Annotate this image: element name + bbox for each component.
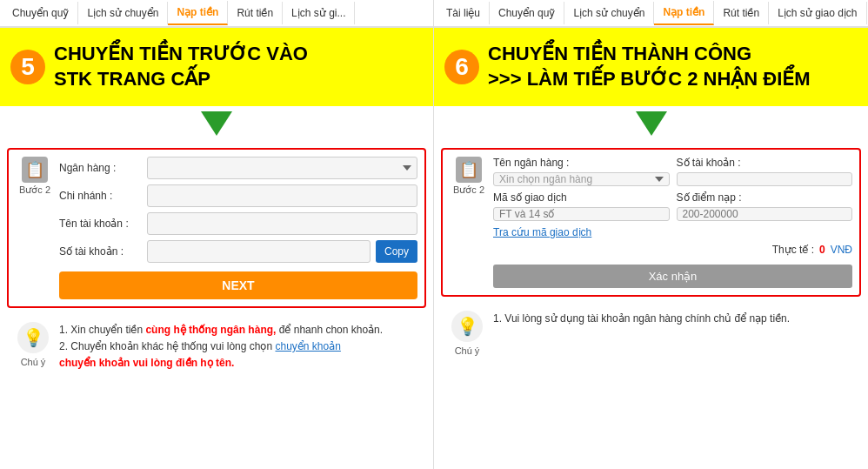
ma-so-gd-label: Mã số giao dịch — [493, 191, 670, 204]
nav-lich-su-chuyen-right[interactable]: Lịch sử chuyển — [564, 2, 654, 24]
chi-nhanh-row: Chi nhánh : — [59, 184, 417, 207]
bulb-icon-left: 💡 — [17, 322, 49, 353]
nav-nap-tien-right[interactable]: Nạp tiền — [654, 1, 714, 25]
left-notes-section: 💡 Chú ý 1. Xin chuyển tiền cùng hệ thống… — [7, 315, 426, 379]
left-step-label: Bước 2 — [19, 184, 50, 196]
nav-tai-lieu[interactable]: Tài liệu — [437, 2, 490, 24]
thuc-te-value: 0 — [819, 244, 825, 256]
so-tk-right-col: Số tài khoản : — [677, 157, 853, 186]
right-navbar: Tài liệu Chuyển quỹ Lịch sử chuyển Nạp t… — [434, 0, 868, 28]
left-notes-content: 1. Xin chuyển tiền cùng hệ thống ngân hà… — [59, 322, 419, 372]
thuc-te-label: Thực tế : — [772, 244, 814, 256]
left-step-icon-col: 📋 Bước 2 — [16, 157, 54, 196]
left-step-form: Ngân hàng : Chi nhánh : Tên tài khoản : … — [59, 157, 417, 299]
ma-so-gd-input[interactable] — [493, 207, 670, 221]
so-tk-label: Số tài khoản : — [59, 245, 142, 258]
right-row1: Tên ngân hàng : Xin chọn ngân hàng Số tà… — [493, 157, 852, 186]
so-tk-row: Số tài khoản : Copy — [59, 240, 417, 263]
right-row2: Mã số giao dịch Số điểm nạp : — [493, 191, 852, 221]
so-tk-right-input[interactable] — [677, 172, 853, 186]
ten-ngan-hang-col: Tên ngân hàng : Xin chọn ngân hàng — [493, 157, 670, 186]
right-banner-text: CHUYỂN TIỀN THÀNH CÔNG>>> LÀM TIẾP BƯỚC … — [488, 42, 811, 91]
nav-chuyen-quy-left[interactable]: Chuyển quỹ — [3, 2, 78, 24]
right-notes-content: 1. Vui lòng sử dụng tài khoản ngân hàng … — [493, 311, 854, 327]
nav-chuyen-quy-right[interactable]: Chuyển quỹ — [490, 2, 564, 24]
so-diem-nap-label: Số điểm nạp : — [677, 191, 853, 204]
nav-lich-su-gi-left[interactable]: Lịch sử gi... — [283, 2, 355, 24]
so-diem-nap-col: Số điểm nạp : — [677, 191, 853, 221]
so-tk-input[interactable] — [147, 240, 371, 263]
right-step-icon-img: 📋 — [456, 157, 482, 183]
chi-nhanh-input[interactable] — [147, 184, 417, 207]
nav-rut-tien-left[interactable]: Rút tiền — [228, 2, 283, 24]
right-step-form: Tên ngân hàng : Xin chọn ngân hàng Số tà… — [493, 157, 852, 288]
note-highlight-1: cùng hệ thống ngân hàng, — [145, 324, 276, 336]
ngan-hang-row: Ngân hàng : — [59, 157, 417, 179]
vnd-label: VNĐ — [831, 244, 852, 256]
ten-ngan-hang-label: Tên ngân hàng : — [493, 157, 670, 169]
left-notes-label: Chú ý — [21, 357, 46, 367]
right-step-label: Bước 2 — [453, 184, 484, 196]
note-link-1[interactable]: chuyển khoản — [275, 340, 340, 352]
right-step-icon-col: 📋 Bước 2 — [450, 157, 488, 196]
right-panel: Tài liệu Chuyển quỹ Lịch sử chuyển Nạp t… — [434, 0, 868, 469]
down-arrow-right — [434, 111, 868, 136]
left-banner-text: CHUYỂN TIỀN TRƯỚC VÀOSTK TRANG CẤP — [54, 42, 308, 91]
next-button[interactable]: NEXT — [59, 271, 417, 299]
left-step-section: 📋 Bước 2 Ngân hàng : Chi nhánh : Tên tài… — [7, 148, 426, 308]
left-step-icon-img: 📋 — [22, 157, 48, 183]
bulb-icon-right: 💡 — [451, 311, 483, 342]
left-banner: 5 CHUYỂN TIỀN TRƯỚC VÀOSTK TRANG CẤP — [0, 28, 433, 106]
chi-nhanh-label: Chi nhánh : — [59, 190, 142, 202]
arrow-icon-right — [636, 111, 667, 136]
note-highlight-2: chuyển khoản vui lòng điền họ tên. — [59, 357, 234, 369]
ten-tk-label: Tên tài khoản : — [59, 218, 142, 230]
confirm-button[interactable]: Xác nhận — [493, 265, 852, 288]
down-arrow-left — [0, 111, 433, 136]
right-step-section: 📋 Bước 2 Tên ngân hàng : Xin chọn ngân h… — [441, 148, 861, 297]
thuc-te-row: Thực tế : 0 VNĐ — [493, 244, 852, 256]
left-navbar: Chuyển quỹ Lịch sử chuyển Nạp tiền Rút t… — [0, 0, 433, 28]
right-notes-icon-col: 💡 Chú ý — [448, 311, 486, 356]
right-notes-section: 💡 Chú ý 1. Vui lòng sử dụng tài khoản ng… — [441, 304, 861, 363]
step-number-6: 6 — [444, 50, 479, 84]
so-tk-right-label: Số tài khoản : — [677, 157, 853, 169]
right-banner: 6 CHUYỂN TIỀN THÀNH CÔNG>>> LÀM TIẾP BƯỚ… — [434, 28, 868, 106]
left-notes-icon-col: 💡 Chú ý — [14, 322, 52, 367]
nav-nap-tien-left[interactable]: Nạp tiền — [168, 1, 228, 25]
ngan-hang-select[interactable] — [147, 157, 417, 179]
step-number-5: 5 — [10, 50, 45, 84]
so-diem-nap-input[interactable] — [677, 207, 853, 221]
copy-button[interactable]: Copy — [376, 240, 417, 263]
left-panel: Chuyển quỹ Lịch sử chuyển Nạp tiền Rút t… — [0, 0, 434, 469]
ten-tk-row: Tên tài khoản : — [59, 212, 417, 235]
nav-rut-tien-right[interactable]: Rút tiền — [714, 2, 769, 24]
tra-cuu-row: Tra cứu mã giao dịch — [493, 226, 852, 238]
nav-lich-su-chuyen-left[interactable]: Lịch sử chuyển — [78, 2, 168, 24]
tra-cuu-link[interactable]: Tra cứu mã giao dịch — [493, 226, 591, 238]
ten-tk-input[interactable] — [147, 212, 417, 235]
ten-ngan-hang-select[interactable]: Xin chọn ngân hàng — [493, 172, 670, 186]
ngan-hang-label: Ngân hàng : — [59, 162, 142, 174]
nav-lich-su-giao-dich[interactable]: Lịch sử giao dịch — [769, 2, 866, 24]
right-notes-label: Chú ý — [455, 345, 480, 356]
arrow-icon-left — [201, 111, 232, 136]
ma-so-gd-col: Mã số giao dịch — [493, 191, 670, 221]
